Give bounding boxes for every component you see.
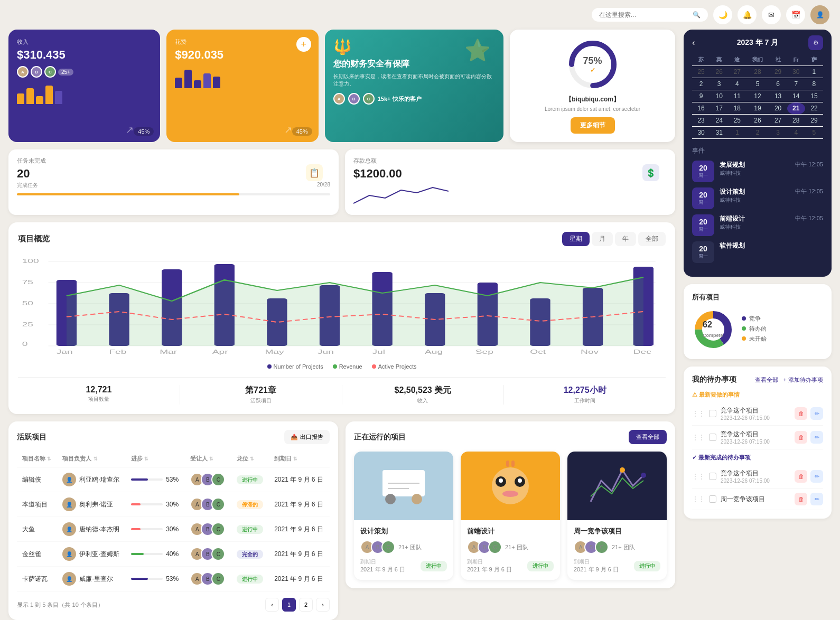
cal-day[interactable]: 1 bbox=[728, 127, 746, 139]
cal-day[interactable]: 12 bbox=[746, 90, 769, 102]
cal-day[interactable]: 2 bbox=[746, 127, 769, 139]
cal-day[interactable]: 22 bbox=[805, 102, 823, 115]
calendar-icon[interactable]: 📅 bbox=[786, 5, 805, 24]
todo-delete-button[interactable]: 🗑 bbox=[795, 470, 807, 483]
user-avatar[interactable]: 👤 bbox=[810, 5, 829, 24]
cal-day[interactable]: 2 bbox=[692, 78, 710, 90]
todo-edit-button[interactable]: ✏ bbox=[810, 431, 823, 444]
cal-day[interactable]: 25 bbox=[728, 115, 746, 127]
todo-checkbox[interactable] bbox=[709, 434, 716, 441]
todo-checkbox[interactable] bbox=[709, 495, 716, 503]
search-input[interactable] bbox=[599, 11, 688, 18]
cal-day[interactable]: 31 bbox=[710, 127, 728, 139]
page-2-button[interactable]: 2 bbox=[299, 598, 313, 612]
event-company: 威特科技 bbox=[720, 170, 790, 177]
cal-day[interactable]: 23 bbox=[692, 115, 710, 127]
proj-assignees: A B C bbox=[185, 567, 231, 591]
cal-day[interactable]: 20 bbox=[769, 102, 787, 115]
tab-year[interactable]: 年 bbox=[615, 232, 636, 246]
prev-page-button[interactable]: ‹ bbox=[265, 598, 279, 612]
sort-icon-status[interactable]: ⇅ bbox=[250, 456, 254, 462]
next-page-button[interactable]: › bbox=[316, 598, 330, 612]
banner-customers: A B C 15k+ 快乐的客户 bbox=[333, 93, 495, 105]
cal-day[interactable]: 13 bbox=[769, 90, 787, 102]
bell-icon[interactable]: 🔔 bbox=[738, 5, 757, 24]
cal-day[interactable]: 27 bbox=[769, 115, 787, 127]
mail-icon[interactable]: ✉ bbox=[762, 5, 781, 24]
todo-delete-button[interactable]: 🗑 bbox=[795, 407, 807, 420]
todo-edit-button[interactable]: ✏ bbox=[810, 493, 823, 505]
cal-day[interactable]: 5 bbox=[746, 78, 769, 90]
cal-day[interactable]: 1 bbox=[805, 66, 823, 78]
cal-day[interactable]: 27 bbox=[728, 66, 746, 78]
cal-day[interactable]: 19 bbox=[746, 102, 769, 115]
proj-status: 完全的 bbox=[231, 542, 269, 567]
cal-day[interactable]: 24 bbox=[710, 115, 728, 127]
todo-delete-button[interactable]: 🗑 bbox=[795, 431, 807, 444]
cal-day[interactable]: 10 bbox=[710, 90, 728, 102]
cal-day[interactable]: 15 bbox=[805, 90, 823, 102]
sort-icon-due[interactable]: ⇅ bbox=[293, 456, 297, 462]
todo-edit-button[interactable]: ✏ bbox=[810, 470, 823, 483]
cal-day[interactable]: 4 bbox=[787, 127, 805, 139]
cal-day[interactable]: 18 bbox=[728, 102, 746, 115]
detail-button[interactable]: 更多细节 bbox=[571, 117, 615, 134]
sort-icon-progress[interactable]: ⇅ bbox=[144, 456, 148, 462]
chart-area: 100 75 50 25 0 bbox=[18, 253, 666, 359]
cal-settings-icon[interactable]: ⚙ bbox=[808, 35, 823, 50]
cal-day[interactable]: 4 bbox=[728, 78, 746, 90]
cal-day[interactable]: 3 bbox=[710, 78, 728, 90]
tasks-label: 任务未完成 bbox=[17, 157, 330, 165]
cal-day[interactable]: 8 bbox=[805, 78, 823, 90]
pagination-info: 显示 1 到 5 条目（共 10 个条目） bbox=[17, 601, 104, 609]
cal-day[interactable]: 9 bbox=[692, 90, 710, 102]
cal-day[interactable]: 16 bbox=[692, 102, 710, 115]
sort-icon-assignee[interactable]: ⇅ bbox=[209, 456, 213, 462]
cal-prev-button[interactable]: ‹ bbox=[692, 38, 695, 48]
cal-day[interactable]: 11 bbox=[728, 90, 746, 102]
cal-day[interactable]: 25 bbox=[692, 66, 710, 78]
view-all-todo-link[interactable]: 查看全部 bbox=[755, 376, 778, 384]
ebar-4 bbox=[203, 73, 211, 88]
sort-icon-name[interactable]: ⇅ bbox=[47, 456, 51, 462]
todo-checkbox[interactable] bbox=[709, 410, 716, 417]
page-1-button[interactable]: 1 bbox=[282, 598, 296, 612]
event-date-day: 周一 bbox=[696, 199, 710, 206]
cal-day[interactable]: 7 bbox=[787, 78, 805, 90]
tab-week[interactable]: 星期 bbox=[562, 232, 590, 246]
cal-day[interactable]: 28 bbox=[787, 115, 805, 127]
tab-month[interactable]: 月 bbox=[592, 232, 613, 246]
sort-icon-lead[interactable]: ⇅ bbox=[94, 456, 98, 462]
cal-day[interactable]: 3 bbox=[769, 127, 787, 139]
cal-day[interactable]: 26 bbox=[710, 66, 728, 78]
cal-day[interactable]: 17 bbox=[710, 102, 728, 115]
moon-icon[interactable]: 🌙 bbox=[713, 5, 732, 24]
todo-edit-button[interactable]: ✏ bbox=[810, 407, 823, 420]
due-date: 2021 年 9 月 6 日 bbox=[467, 566, 512, 574]
todo-checkbox[interactable] bbox=[709, 473, 716, 480]
cal-day[interactable]: 26 bbox=[746, 115, 769, 127]
cal-day[interactable]: 14 bbox=[787, 90, 805, 102]
add-expense-button[interactable]: + bbox=[296, 37, 311, 52]
add-todo-link[interactable]: + 添加待办事项 bbox=[783, 376, 823, 384]
cal-day[interactable]: 21 bbox=[787, 102, 805, 115]
proj-due: 2021 年 9 月 6 日 bbox=[269, 467, 330, 492]
cal-day[interactable]: 6 bbox=[769, 78, 787, 90]
cal-day[interactable]: 28 bbox=[746, 66, 769, 78]
tab-all[interactable]: 全部 bbox=[638, 232, 666, 246]
rp-cards: 设计策划 A B C 21+ 团队 到期日 2021 年 9 月 6 日 进行中 bbox=[354, 452, 667, 580]
drag-icon: ⋮⋮ bbox=[692, 410, 705, 417]
cal-day[interactable]: 30 bbox=[787, 66, 805, 78]
cal-day[interactable]: 5 bbox=[805, 127, 823, 139]
event-time: 中午 12:05 bbox=[795, 187, 823, 195]
export-button[interactable]: 📤 出口报告 bbox=[284, 430, 330, 444]
cal-day[interactable]: 29 bbox=[769, 66, 787, 78]
view-all-button[interactable]: 查看全部 bbox=[629, 430, 667, 444]
search-box[interactable]: 🔍 bbox=[592, 8, 708, 22]
cal-day[interactable]: 30 bbox=[692, 127, 710, 139]
due-label: 到期日 bbox=[467, 558, 512, 566]
cal-day[interactable]: 29 bbox=[805, 115, 823, 127]
todo-delete-button[interactable]: 🗑 bbox=[795, 493, 807, 505]
todo-item: ⋮⋮ 竞争这个项目 2023-12-26 07:15:00 🗑 ✏ bbox=[692, 465, 823, 489]
event-name: 软件规划 bbox=[720, 241, 818, 250]
